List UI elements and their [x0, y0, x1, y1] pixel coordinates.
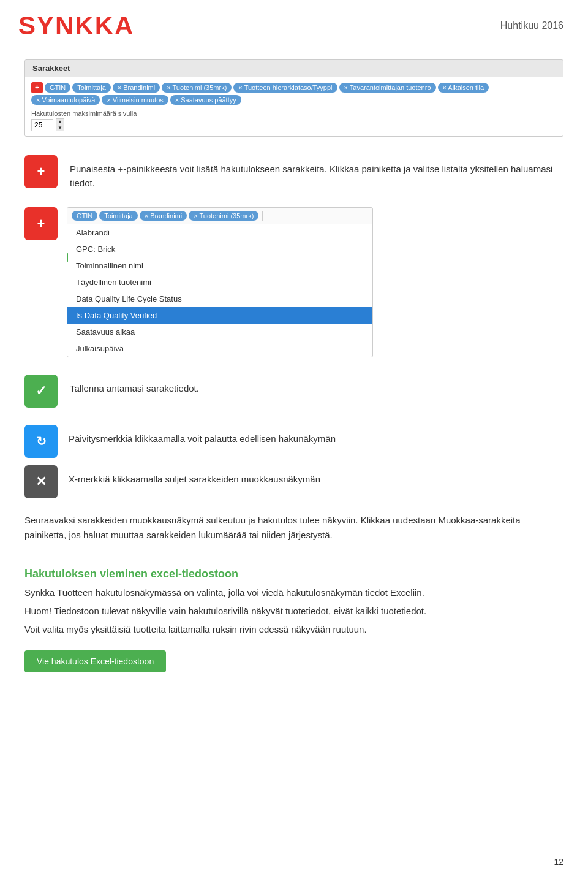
tag-hierarkia: × Tuotteen hierarkiataso/Tyyppi	[233, 83, 337, 93]
excel-paragraph-3: Voit valita myös yksittäisiä tuotteita l…	[24, 622, 564, 637]
instruction-text-5: Seuraavaksi sarakkeiden muokkausnäkymä s…	[24, 513, 564, 542]
results-number-input[interactable]	[31, 119, 53, 131]
number-input-row: ▲ ▼	[31, 118, 557, 131]
add-column-button[interactable]: +	[31, 82, 43, 93]
close-button-icon[interactable]: ✕	[24, 465, 58, 498]
main-content: Sarakkeet + GTIN Toimittaja × Brandinimi…	[0, 47, 588, 697]
page-header: SYNKKA Huhtikuu 2016	[0, 0, 588, 47]
instruction-block-1: + Punaisesta +-painikkeesta voit lisätä …	[24, 155, 564, 190]
tag-brandinimi: × Brandinimi	[113, 83, 160, 93]
dropdown-item-dqlcs[interactable]: Data Quality Life Cycle Status	[67, 291, 372, 307]
excel-section-header: Hakutuloksen vieminen excel-tiedostoon	[24, 568, 564, 580]
tag-voimaantulo: × Voimaantulopäivä	[31, 95, 100, 105]
refresh-icon: ↻	[36, 434, 47, 449]
tag-tavarantoimittaja: × Tavarantoimittajan tuotenro	[339, 83, 436, 93]
refresh-row: ↻ Päivitysmerkkiä klikkaamalla voit pala…	[24, 425, 564, 458]
dropdown-item-isdqv[interactable]: Is Data Quality Verified	[67, 307, 372, 324]
dropdown-item-taydellinen[interactable]: Täydellinen tuotenimi	[67, 274, 372, 291]
dropdown-item-julkaisu[interactable]: Julkaisupäivä	[67, 340, 372, 357]
add-button-2[interactable]: +	[24, 207, 58, 240]
number-stepper[interactable]: ▲ ▼	[56, 118, 64, 131]
tags-row: + GTIN Toimittaja × Brandinimi × Tuoteni…	[31, 82, 557, 105]
tag-tuotenimi: × Tuotenimi (35mrk)	[162, 83, 232, 93]
refresh-button-icon[interactable]: ↻	[24, 425, 58, 458]
page-number: 12	[554, 857, 564, 867]
instruction-text-4: X-merkkiä klikkaamalla suljet sarakkeide…	[69, 465, 564, 487]
close-row: ✕ X-merkkiä klikkaamalla suljet sarakkei…	[24, 465, 564, 498]
screenshot-title: Sarakkeet	[25, 60, 563, 77]
plus-icon-2: +	[37, 216, 45, 232]
plus-icon: +	[37, 164, 45, 180]
save-button-icon[interactable]: ✓	[24, 375, 58, 408]
dropdown-tag-brandinimi: × Brandinimi	[140, 211, 187, 221]
screenshot-box-top: Sarakkeet + GTIN Toimittaja × Brandinimi…	[24, 59, 564, 137]
excel-paragraph-1: Synkka Tuotteen hakutulosnäkymässä on va…	[24, 585, 564, 600]
instruction-block-2: ✓ Tallenna antamasi saraketiedot.	[24, 375, 564, 408]
dropdown-item-toiminnallinen[interactable]: Toiminnallinen nimi	[67, 257, 372, 274]
screenshot-inner: + GTIN Toimittaja × Brandinimi × Tuoteni…	[25, 77, 563, 136]
dropdown-outer: GTIN Toimittaja × Brandinimi × Tuotenimi…	[67, 207, 373, 357]
instruction-text-3: Päivitysmerkkiä klikkaamalla voit palaut…	[69, 425, 564, 446]
two-icon-row: ↻ Päivitysmerkkiä klikkaamalla voit pala…	[24, 425, 564, 498]
divider	[24, 555, 564, 555]
tag-toimittaja: Toimittaja	[72, 83, 110, 93]
logo: SYNKKA	[18, 11, 134, 40]
dropdown-tag-toimittaja: Toimittaja	[99, 211, 137, 221]
excel-paragraph-2: Huom! Tiedostoon tulevat näkyville vain …	[24, 604, 564, 618]
dropdown-item-saatavuus[interactable]: Saatavuus alkaa	[67, 324, 372, 340]
dropdown-item-gpc[interactable]: GPC: Brick	[67, 241, 372, 257]
dropdown-list-container: s Excel-tiedo Alabrandi GPC: Brick Toimi…	[67, 224, 372, 357]
instruction-text-2: Tallenna antamasi saraketiedot.	[70, 375, 564, 396]
close-icon: ✕	[36, 474, 47, 490]
dropdown-item-alabrandi[interactable]: Alabrandi	[67, 224, 372, 241]
dropdown-list: Alabrandi GPC: Brick Toiminnallinen nimi…	[67, 224, 372, 357]
dropdown-area: + GTIN Toimittaja × Brandinimi × Tuoteni…	[24, 207, 564, 357]
add-button-icon[interactable]: +	[24, 155, 58, 188]
dropdown-left-btn: +	[24, 207, 58, 357]
results-label: Hakutulosten maksimimäärä sivulla	[31, 110, 557, 117]
tag-gtin: GTIN	[45, 83, 70, 93]
check-icon: ✓	[36, 383, 47, 399]
dropdown-tag-gtin: GTIN	[72, 211, 97, 221]
excel-side-label: s Excel-tiedo	[67, 253, 68, 262]
tag-viimeisin: × Viimeisin muutos	[102, 95, 168, 105]
dropdown-tag-tuotenimi: × Tuotenimi (35mrk)	[189, 211, 258, 221]
header-date: Huhtikuu 2016	[500, 20, 564, 31]
tag-aikainen: × Aikaisen tila	[438, 83, 489, 93]
instruction-text-1: Punaisesta +-painikkeesta voit lisätä ha…	[70, 155, 564, 190]
dropdown-tags: GTIN Toimittaja × Brandinimi × Tuotenimi…	[67, 208, 372, 224]
tag-saatavuus: × Saatavuus päättyy	[170, 95, 241, 105]
export-excel-button[interactable]: Vie hakutulos Excel-tiedostoon	[24, 650, 166, 672]
